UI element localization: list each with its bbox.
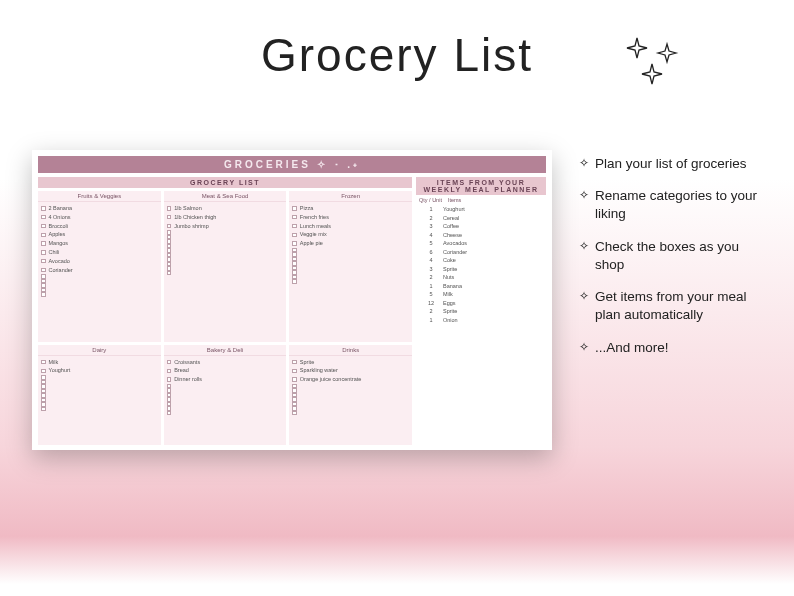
checkbox[interactable] xyxy=(41,233,46,238)
item-label: Broccoli xyxy=(49,222,69,231)
grocery-item: Sprite xyxy=(292,358,409,367)
feature-item: ...And more! xyxy=(579,339,764,357)
category-title: Bakery & Deli xyxy=(164,345,287,356)
checkbox[interactable] xyxy=(41,259,46,264)
planner-qty: 4 xyxy=(419,256,443,265)
planner-qty: 2 xyxy=(419,273,443,282)
item-label: Sparkling water xyxy=(300,366,338,375)
item-label: 4 Onions xyxy=(49,213,71,222)
checkbox[interactable] xyxy=(167,271,172,276)
planner-qty: 2 xyxy=(419,307,443,316)
checkbox[interactable] xyxy=(167,411,172,416)
grocery-item-empty xyxy=(41,292,158,297)
feature-item: Get items from your meal plan automatica… xyxy=(579,288,764,324)
feature-item: Check the boxes as you shop xyxy=(579,238,764,274)
checkbox[interactable] xyxy=(41,268,46,273)
planner-item: Nuts xyxy=(443,273,543,282)
checkbox[interactable] xyxy=(167,377,172,382)
planner-item: Avocados xyxy=(443,239,543,248)
sheet-title: GROCERIES ✧ ･ .˖ xyxy=(38,156,546,173)
items-col-header: Items xyxy=(448,197,461,203)
grocery-item: Youghurt xyxy=(41,366,158,375)
planner-row: 4Coke xyxy=(419,256,543,265)
grocery-item: Broccoli xyxy=(41,222,158,231)
checkbox[interactable] xyxy=(41,215,46,220)
checkbox[interactable] xyxy=(41,407,46,412)
checkbox[interactable] xyxy=(41,360,46,365)
checkbox[interactable] xyxy=(167,215,172,220)
item-label: Mangos xyxy=(49,239,69,248)
planner-item: Sprite xyxy=(443,307,543,316)
checkbox[interactable] xyxy=(167,206,172,211)
item-label: Coriander xyxy=(49,266,73,275)
planner-item: Milk xyxy=(443,290,543,299)
category-column: Bakery & DeliCroissantsBreadDinner rolls xyxy=(164,345,287,445)
planner-item: Banana xyxy=(443,282,543,291)
planner-qty: 1 xyxy=(419,205,443,214)
planner-row: 3Coffee xyxy=(419,222,543,231)
grocery-item: 2 Banana xyxy=(41,204,158,213)
checkbox[interactable] xyxy=(292,233,297,238)
grocery-item-empty xyxy=(167,411,284,416)
grocery-item: Lunch meals xyxy=(292,222,409,231)
item-label: Veggie mix xyxy=(300,230,327,239)
category-title: Frozen xyxy=(289,191,412,202)
checkbox[interactable] xyxy=(292,377,297,382)
planner-header: ITEMS FROM YOUR WEEKLY MEAL PLANNER xyxy=(416,177,546,195)
item-label: Apples xyxy=(49,230,66,239)
planner-qty: 1 xyxy=(419,316,443,325)
grocery-item: Milk xyxy=(41,358,158,367)
planner-qty: 3 xyxy=(419,222,443,231)
item-label: Avocado xyxy=(49,257,70,266)
grocery-item: Mangos xyxy=(41,239,158,248)
checkbox[interactable] xyxy=(41,250,46,255)
planner-item: Eggs xyxy=(443,299,543,308)
checkbox[interactable] xyxy=(292,360,297,365)
checkbox[interactable] xyxy=(292,369,297,374)
checkbox[interactable] xyxy=(167,224,172,229)
checkbox[interactable] xyxy=(41,369,46,374)
item-label: Sprite xyxy=(300,358,314,367)
checkbox[interactable] xyxy=(292,279,297,284)
checkbox[interactable] xyxy=(41,224,46,229)
item-label: Bread xyxy=(174,366,189,375)
item-label: 1lb Chicken thigh xyxy=(174,213,216,222)
planner-qty: 5 xyxy=(419,239,443,248)
checkbox[interactable] xyxy=(41,292,46,297)
item-label: Jumbo shrimp xyxy=(174,222,209,231)
grocery-item: Avocado xyxy=(41,257,158,266)
planner-item: Coffee xyxy=(443,222,543,231)
item-label: French fries xyxy=(300,213,329,222)
checkbox[interactable] xyxy=(292,411,297,416)
planner-item: Onion xyxy=(443,316,543,325)
planner-row: 6Coriander xyxy=(419,248,543,257)
planner-qty: 6 xyxy=(419,248,443,257)
checkbox[interactable] xyxy=(292,215,297,220)
grocery-item: Dinner rolls xyxy=(167,375,284,384)
grocery-item: 4 Onions xyxy=(41,213,158,222)
item-label: Lunch meals xyxy=(300,222,331,231)
checkbox[interactable] xyxy=(41,241,46,246)
checkbox[interactable] xyxy=(292,241,297,246)
checkbox[interactable] xyxy=(167,369,172,374)
category-title: Drinks xyxy=(289,345,412,356)
planner-row: 1Youghurt xyxy=(419,205,543,214)
grocery-item: Apples xyxy=(41,230,158,239)
checkbox[interactable] xyxy=(167,360,172,365)
planner-item: Coke xyxy=(443,256,543,265)
checkbox[interactable] xyxy=(292,206,297,211)
planner-qty: 1 xyxy=(419,282,443,291)
grocery-item-empty xyxy=(292,279,409,284)
planner-item: Youghurt xyxy=(443,205,543,214)
planner-item: Sprite xyxy=(443,265,543,274)
checkbox[interactable] xyxy=(41,206,46,211)
grocery-item: Bread xyxy=(167,366,284,375)
grocery-item: Pizza xyxy=(292,204,409,213)
planner-row: 2Cereal xyxy=(419,214,543,223)
category-title: Dairy xyxy=(38,345,161,356)
planner-item: Cheese xyxy=(443,231,543,240)
checkbox[interactable] xyxy=(292,224,297,229)
grocery-item: Orange juice concentrate xyxy=(292,375,409,384)
item-label: Croissants xyxy=(174,358,200,367)
stars-icon xyxy=(619,30,689,90)
